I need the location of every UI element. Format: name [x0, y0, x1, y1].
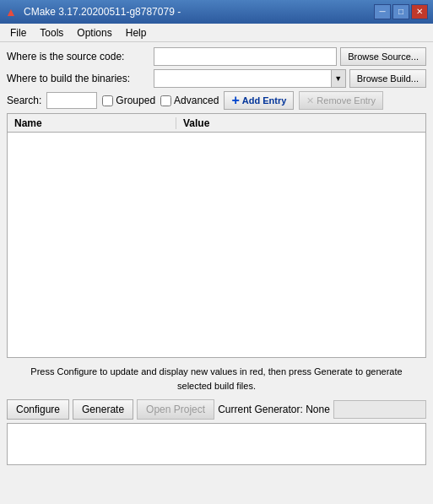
- minimize-button[interactable]: ─: [374, 4, 391, 19]
- menu-options[interactable]: Options: [70, 24, 118, 41]
- window-title: CMake 3.17.20200511-g8787079 -: [24, 6, 181, 18]
- remove-x-icon: ✕: [306, 95, 314, 106]
- search-label: Search:: [7, 95, 41, 106]
- add-entry-button[interactable]: + Add Entry: [224, 91, 294, 110]
- build-dropdown-wrapper: ▼: [154, 69, 346, 88]
- advanced-checkbox-label[interactable]: Advanced: [160, 95, 219, 106]
- source-input[interactable]: [154, 47, 337, 66]
- source-label: Where is the source code:: [7, 51, 150, 62]
- title-bar: ▲ CMake 3.17.20200511-g8787079 - ─ □ ✕: [0, 0, 433, 24]
- current-generator-label: Current Generator: None: [218, 404, 330, 415]
- name-column-header: Name: [8, 117, 176, 129]
- search-row: Search: Grouped Advanced + Add Entry ✕ R…: [7, 91, 426, 110]
- entries-table: Name Value: [7, 113, 426, 358]
- value-column-header: Value: [176, 117, 216, 129]
- menu-help[interactable]: Help: [119, 24, 154, 41]
- grouped-label: Grouped: [116, 95, 155, 106]
- browse-source-button[interactable]: Browse Source...: [340, 47, 426, 66]
- configure-button[interactable]: Configure: [7, 399, 69, 420]
- search-input[interactable]: [46, 92, 97, 109]
- plus-icon: +: [231, 94, 239, 107]
- menu-file[interactable]: File: [3, 24, 33, 41]
- open-project-button[interactable]: Open Project: [137, 399, 214, 420]
- menu-tools[interactable]: Tools: [33, 24, 70, 41]
- build-input[interactable]: [154, 69, 346, 88]
- window-controls: ─ □ ✕: [374, 4, 428, 19]
- maximize-button[interactable]: □: [392, 4, 409, 19]
- advanced-checkbox[interactable]: [160, 95, 171, 106]
- add-entry-label: Add Entry: [242, 95, 287, 106]
- build-label: Where to build the binaries:: [7, 73, 150, 84]
- table-header: Name Value: [8, 114, 425, 133]
- cmake-logo-icon: ▲: [5, 5, 19, 19]
- generate-button[interactable]: Generate: [73, 399, 133, 420]
- bottom-row: Configure Generate Open Project Current …: [7, 399, 426, 420]
- table-body: [8, 133, 425, 357]
- grouped-checkbox[interactable]: [102, 95, 113, 106]
- grouped-checkbox-label[interactable]: Grouped: [102, 95, 155, 106]
- menu-bar: File Tools Options Help: [0, 24, 433, 42]
- remove-entry-label: Remove Entry: [317, 95, 376, 106]
- close-button[interactable]: ✕: [411, 4, 428, 19]
- source-row: Where is the source code: Browse Source.…: [7, 47, 426, 66]
- output-area[interactable]: [7, 423, 426, 465]
- browse-build-button[interactable]: Browse Build...: [349, 69, 426, 88]
- advanced-label: Advanced: [174, 95, 219, 106]
- status-text: Press Configure to update and display ne…: [7, 361, 426, 396]
- remove-entry-button[interactable]: ✕ Remove Entry: [299, 91, 383, 110]
- build-row: Where to build the binaries: ▼ Browse Bu…: [7, 69, 426, 88]
- main-content: Where is the source code: Browse Source.…: [0, 42, 433, 470]
- generator-value: [333, 400, 426, 419]
